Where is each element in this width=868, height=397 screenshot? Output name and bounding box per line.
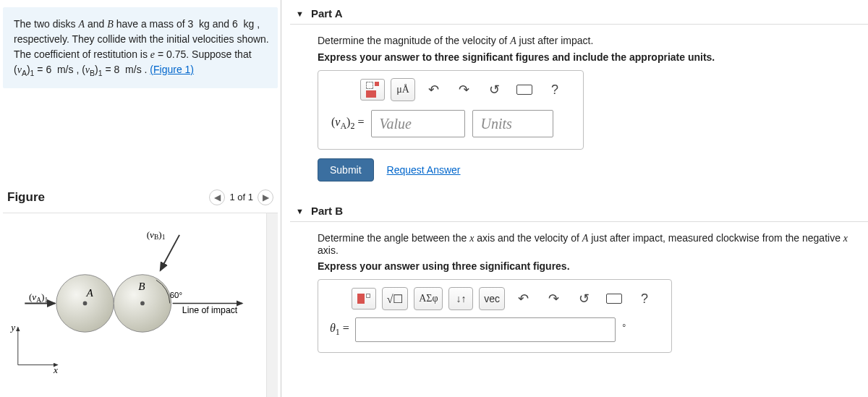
theta-input[interactable] bbox=[355, 317, 616, 342]
figure-link[interactable]: (Figure 1) bbox=[150, 64, 194, 75]
degree-unit: ∘ bbox=[621, 320, 627, 330]
greek-button[interactable]: ΑΣφ bbox=[414, 287, 443, 310]
part-a-lhs: (vA)2 = bbox=[331, 116, 364, 132]
part-a-answer-box: μÅ ↶ ↷ ↺ ? (vA)2 = Value Units bbox=[318, 70, 584, 150]
part-b-answer-box: √☐ ΑΣφ ↓↑ vec ↶ ↷ ↺ ? θ1 = ∘ bbox=[318, 279, 672, 353]
part-a-header[interactable]: ▼ Part A bbox=[290, 4, 868, 25]
figure-counter: 1 of 1 bbox=[229, 192, 253, 202]
help-button[interactable]: ? bbox=[542, 78, 567, 101]
keyboard-icon bbox=[516, 85, 532, 95]
svg-text:Line of impact: Line of impact bbox=[182, 305, 238, 315]
part-b-instructions: Express your answer using three signific… bbox=[318, 260, 862, 272]
svg-point-4 bbox=[140, 302, 145, 306]
svg-text:60°: 60° bbox=[170, 291, 182, 299]
svg-text:A: A bbox=[85, 287, 93, 299]
part-a-title: Part A bbox=[311, 7, 343, 20]
reset-button[interactable]: ↺ bbox=[571, 287, 596, 310]
redo-button[interactable]: ↷ bbox=[451, 78, 476, 101]
units-input[interactable]: Units bbox=[472, 110, 553, 137]
svg-text:B: B bbox=[138, 280, 145, 291]
keyboard-button[interactable] bbox=[512, 78, 537, 101]
reset-button[interactable]: ↺ bbox=[482, 78, 506, 101]
svg-point-1 bbox=[83, 302, 88, 306]
undo-button[interactable]: ↶ bbox=[421, 78, 446, 101]
undo-button[interactable]: ↶ bbox=[511, 287, 535, 310]
value-input[interactable]: Value bbox=[371, 110, 465, 137]
part-b-title: Part B bbox=[311, 205, 343, 217]
help-button[interactable]: ? bbox=[632, 287, 657, 310]
part-a-prompt: Determine the magnitude of the velocity … bbox=[318, 35, 862, 47]
sqrt-button[interactable]: √☐ bbox=[382, 287, 409, 310]
submit-button[interactable]: Submit bbox=[318, 158, 374, 182]
units-symbol-button[interactable]: μÅ bbox=[391, 78, 415, 101]
svg-text:(vB)1: (vB)1 bbox=[147, 229, 166, 242]
caret-down-icon: ▼ bbox=[296, 207, 304, 215]
part-b-lhs: θ1 = bbox=[330, 322, 349, 338]
redo-button[interactable]: ↷ bbox=[541, 287, 566, 310]
figure-title: Figure bbox=[7, 190, 45, 205]
figure-scrollbar[interactable] bbox=[266, 213, 278, 397]
problem-statement: The two disks A and B have a mass of 3 k… bbox=[3, 7, 278, 88]
request-answer-link[interactable]: Request Answer bbox=[387, 164, 461, 176]
caret-down-icon: ▼ bbox=[296, 9, 304, 18]
part-a-instructions: Express your answer to three significant… bbox=[318, 51, 862, 63]
svg-text:y: y bbox=[9, 322, 15, 333]
updown-button[interactable]: ↓↑ bbox=[448, 287, 473, 310]
figure-prev-button[interactable]: ◀ bbox=[209, 189, 225, 205]
figure-panel: A B (vA)1 (vB)1 60° Line of impact bbox=[3, 213, 278, 397]
svg-text:x: x bbox=[53, 364, 58, 375]
part-b-prompt: Determine the angle between the x axis a… bbox=[318, 232, 862, 256]
svg-text:(vA)1: (vA)1 bbox=[29, 291, 48, 304]
keyboard-icon bbox=[606, 294, 622, 304]
template-button[interactable] bbox=[352, 288, 376, 310]
vec-button[interactable]: vec bbox=[479, 287, 505, 310]
figure-next-button[interactable]: ▶ bbox=[258, 189, 273, 205]
keyboard-button[interactable] bbox=[602, 287, 626, 310]
template-button[interactable] bbox=[360, 79, 385, 101]
part-b-header[interactable]: ▼ Part B bbox=[290, 202, 868, 222]
